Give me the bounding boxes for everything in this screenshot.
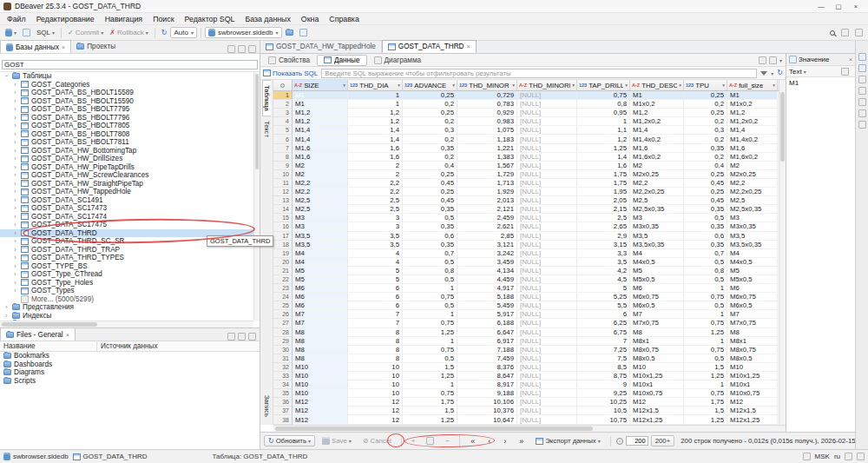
collapse-all-icon[interactable] bbox=[227, 45, 235, 53]
tips-icon[interactable] bbox=[803, 453, 811, 460]
grid-cell[interactable]: 1 bbox=[403, 310, 457, 319]
grid-cell[interactable]: 0,25 bbox=[684, 109, 727, 117]
grid-cell[interactable]: 10,647 bbox=[457, 415, 517, 424]
grid-cell[interactable]: 2,5 bbox=[348, 196, 403, 205]
grid-cell[interactable]: 6,75 bbox=[577, 328, 630, 337]
grid-cell[interactable]: [NULL] bbox=[517, 109, 577, 117]
grid-cell[interactable]: [NULL] bbox=[517, 222, 577, 231]
grid-cell[interactable]: 5,459 bbox=[457, 301, 517, 310]
files-item-Bookmarks[interactable]: Bookmarks bbox=[0, 352, 260, 360]
grid-cell[interactable]: [NULL] bbox=[517, 196, 577, 205]
grid-cell[interactable]: M7 bbox=[293, 319, 348, 327]
delete-row-button[interactable]: − bbox=[441, 436, 454, 446]
grid-cell[interactable]: M12x1,5 bbox=[727, 407, 778, 415]
grid-cell[interactable]: 5 bbox=[348, 275, 403, 284]
tree-item-GOST_DATA_BS_HBOLT7795[interactable]: ›GOST_DATA_BS_HBOLT7795 bbox=[0, 105, 260, 114]
grid-cell[interactable]: M10 bbox=[727, 363, 778, 372]
grid-cell[interactable]: M10x0,75 bbox=[727, 389, 778, 398]
grid-cell[interactable]: 4 bbox=[348, 258, 403, 267]
grid-cell[interactable]: 1,95 bbox=[577, 188, 630, 196]
grid-cell[interactable]: 4,459 bbox=[457, 275, 517, 284]
grid-cell[interactable]: M2,2 bbox=[630, 179, 684, 188]
grid-cell[interactable]: M2,2 bbox=[293, 188, 348, 196]
files-item-Diagrams[interactable]: Diagrams bbox=[0, 368, 260, 377]
grid-cell[interactable]: 7 bbox=[577, 337, 630, 346]
grid-cell[interactable]: M1,6 bbox=[293, 144, 348, 153]
chevron-collapsed-icon[interactable]: › bbox=[12, 181, 18, 187]
grid-cell[interactable]: 0,35 bbox=[684, 222, 727, 231]
grid-cell[interactable]: 1,2 bbox=[348, 117, 403, 126]
editor-tab-GOST_DATA_THRD[interactable]: GOST_DATA_THRD× bbox=[382, 40, 477, 53]
column-header-THD_MINOR[interactable]: 123THD_MINOR▾ bbox=[457, 80, 517, 90]
grid-cell[interactable]: M6x0,75 bbox=[630, 293, 684, 301]
grid-cell[interactable]: M10 bbox=[630, 363, 684, 372]
row-number[interactable]: 33 bbox=[273, 372, 293, 380]
apply-filter-icon[interactable]: ↻ bbox=[777, 69, 783, 76]
panel-value-icon[interactable] bbox=[858, 64, 866, 72]
tree-item-GOST_Type_Holes[interactable]: ›GOST_Type_Holes bbox=[0, 279, 260, 288]
tree-item-GOST_DATA_HW_StraightPipeTap[interactable]: ›GOST_DATA_HW_StraightPipeTap bbox=[0, 180, 260, 189]
grid-cell[interactable]: M1,4x0,2 bbox=[727, 135, 778, 143]
menu-Навигация[interactable]: Навигация bbox=[100, 13, 148, 25]
grid-cell[interactable]: 5,5 bbox=[577, 301, 630, 310]
grid-cell[interactable]: M12x1,25 bbox=[630, 415, 684, 424]
grid-cell[interactable]: M3 bbox=[293, 214, 348, 222]
grid-cell[interactable]: 0,25 bbox=[403, 109, 457, 117]
grid-cell[interactable]: 1,25 bbox=[403, 372, 457, 380]
grid-cell[interactable]: M8x0,5 bbox=[727, 354, 778, 363]
grid-cell[interactable]: [NULL] bbox=[517, 337, 577, 346]
tree-item-Представления[interactable]: ›Представления bbox=[0, 303, 260, 312]
grid-cell[interactable]: [NULL] bbox=[517, 241, 577, 249]
grid-cell[interactable]: M8 bbox=[293, 337, 348, 346]
grid-cell[interactable]: 0,35 bbox=[403, 241, 457, 249]
grid-cell[interactable]: 0,5 bbox=[403, 275, 457, 284]
tree-item-GOST_DATA_SC17473[interactable]: ›GOST_DATA_SC17473 bbox=[0, 204, 260, 213]
value-format-select[interactable]: Text bbox=[789, 68, 802, 76]
grid-cell[interactable]: M5 bbox=[727, 267, 778, 275]
row-number[interactable]: 2 bbox=[273, 100, 293, 109]
grid-cell[interactable]: M1,4 bbox=[293, 126, 348, 135]
editor-tab-GOST_DATA_HW_TappedHole[interactable]: GOST_DATA_HW_TappedHole bbox=[260, 40, 382, 53]
grid-cell[interactable]: M1x0,2 bbox=[630, 100, 684, 109]
grid-cell[interactable]: 0,75 bbox=[403, 293, 457, 301]
grid-cell[interactable]: M10x1 bbox=[727, 380, 778, 389]
refresh-button[interactable]: ↻Обновить▾ bbox=[264, 435, 315, 446]
grid-cell[interactable]: 1,4 bbox=[348, 126, 403, 135]
grid-cell[interactable]: [NULL] bbox=[517, 232, 577, 241]
grid-cell[interactable]: 3,459 bbox=[457, 258, 517, 267]
row-number[interactable]: 3 bbox=[273, 109, 293, 117]
grid-cell[interactable]: 1 bbox=[684, 310, 727, 319]
grid-cell[interactable]: 0,8 bbox=[684, 267, 727, 275]
grid-cell[interactable]: M3 bbox=[630, 214, 684, 222]
grid-cell[interactable]: 3,3 bbox=[577, 249, 630, 258]
grid-cell[interactable]: 2,121 bbox=[457, 205, 517, 214]
grid-cell[interactable]: 10,106 bbox=[457, 398, 517, 407]
view-tab-Данные[interactable]: Данные bbox=[317, 55, 367, 66]
tree-item-Таблицы[interactable]: ›Таблицы bbox=[0, 72, 260, 81]
grid-cell[interactable]: M2x0,25 bbox=[727, 170, 778, 179]
chevron-collapsed-icon[interactable]: › bbox=[12, 247, 18, 253]
column-header-THD_MINORI[interactable]: A-ZTHD_MINORI▾ bbox=[517, 80, 577, 90]
grid-cell[interactable]: M12x1,25 bbox=[727, 415, 778, 424]
grid-cell[interactable]: 1 bbox=[577, 117, 630, 126]
row-number[interactable]: 25 bbox=[273, 301, 293, 310]
row-number[interactable]: 26 bbox=[273, 310, 293, 319]
tree-item-GOST_DATA_HW_BottomingTap[interactable]: ›GOST_DATA_HW_BottomingTap bbox=[0, 147, 260, 155]
tree-item-GOST_DATA_BS_HBOLT7796[interactable]: ›GOST_DATA_BS_HBOLT7796 bbox=[0, 114, 260, 122]
grid-cell[interactable]: 0,983 bbox=[457, 117, 517, 126]
grid-cell[interactable]: M1,2 bbox=[293, 117, 348, 126]
grid-cell[interactable]: 0,2 bbox=[684, 153, 727, 162]
row-number[interactable]: 22 bbox=[273, 275, 293, 284]
column-header-full_size[interactable]: A-Zfull_size▾ bbox=[727, 80, 778, 90]
grid-cell[interactable]: 8 bbox=[348, 354, 403, 363]
column-header-THD_DIA[interactable]: 123THD_DIA▾ bbox=[348, 80, 403, 90]
grid-cell[interactable]: [NULL] bbox=[517, 389, 577, 398]
files-item-Scripts[interactable]: Scripts bbox=[0, 377, 260, 386]
row-number[interactable]: 19 bbox=[273, 249, 293, 258]
sidebar-tab-Базы данных[interactable]: Базы данных× bbox=[0, 40, 71, 53]
row-number[interactable]: 5 bbox=[273, 126, 293, 135]
grid-cell[interactable]: 0,25 bbox=[403, 170, 457, 179]
grid-cell[interactable]: M10 bbox=[293, 389, 348, 398]
grid-cell[interactable]: M3,5x0,35 bbox=[727, 241, 778, 249]
grid-cell[interactable]: 8 bbox=[348, 346, 403, 354]
